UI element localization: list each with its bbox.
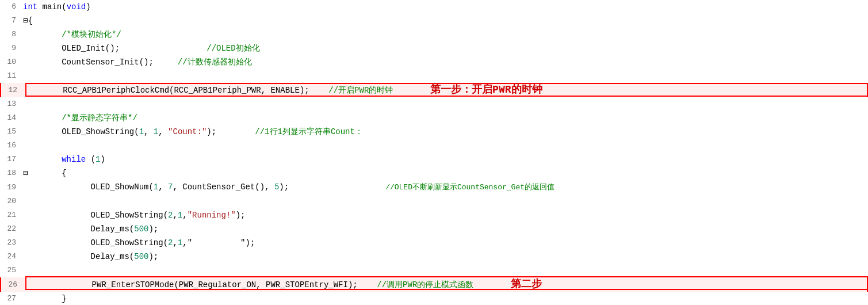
- code-line: 25: [0, 264, 868, 277]
- code-line: 16: [0, 139, 868, 152]
- line-number: 21: [0, 208, 21, 222]
- code-line: 21 OLED_ShowString(2,1,"Running!");: [0, 208, 868, 222]
- line-number: 8: [0, 28, 21, 41]
- line-number: 13: [0, 97, 21, 111]
- code-line: 19 OLED_ShowNum(1, 7, CountSensor_Get(),…: [0, 180, 868, 195]
- code-line: 11: [0, 69, 868, 83]
- code-line: 27 }: [0, 292, 868, 305]
- line-number: 20: [0, 195, 21, 208]
- line-number: 25: [0, 264, 21, 277]
- code-line: 7⊟{: [0, 14, 868, 28]
- code-container: 6int main(void)7⊟{8 /*模块初始化*/9 OLED_Init…: [0, 0, 868, 305]
- line-content: while (1): [21, 152, 868, 166]
- line-content: Delay_ms(500);: [21, 222, 868, 236]
- code-line: 20: [0, 195, 868, 208]
- line-number: 17: [0, 152, 21, 166]
- code-line: 12 RCC_APB1PeriphClockCmd(RCC_APB1Periph…: [0, 83, 868, 97]
- line-content: RCC_APB1PeriphClockCmd(RCC_APB1Periph_PW…: [22, 83, 867, 97]
- line-number: 24: [0, 250, 21, 264]
- line-content: OLED_ShowNum(1, 7, CountSensor_Get(), 5)…: [21, 180, 868, 195]
- line-content: ⊟{: [21, 14, 868, 28]
- code-line: 18⊟ {: [0, 166, 868, 180]
- line-content: Delay_ms(500);: [21, 250, 868, 264]
- line-number: 22: [0, 222, 21, 236]
- line-number: 27: [0, 292, 21, 305]
- line-content: /*显示静态字符串*/: [21, 111, 868, 125]
- code-line: 17 while (1): [0, 152, 868, 166]
- line-number: 7: [0, 14, 21, 28]
- line-number: 15: [0, 125, 21, 139]
- code-line: 8 /*模块初始化*/: [0, 28, 868, 41]
- code-line: 15 OLED_ShowString(1, 1, "Count:"); //1行…: [0, 125, 868, 139]
- code-line: 6int main(void): [0, 0, 868, 14]
- line-content: }: [21, 292, 868, 305]
- line-number: 18: [0, 166, 21, 180]
- code-line: 23 OLED_ShowString(2,1," ");: [0, 236, 868, 250]
- line-content: CountSensor_Init(); //计数传感器初始化: [21, 55, 868, 69]
- line-content: OLED_ShowString(1, 1, "Count:"); //1行1列显…: [21, 125, 868, 139]
- line-content: /*模块初始化*/: [21, 28, 868, 41]
- line-number: 10: [0, 55, 21, 69]
- line-number: 23: [0, 236, 21, 250]
- line-number: 19: [0, 181, 21, 195]
- line-number: 9: [0, 41, 21, 55]
- line-number: 26: [1, 278, 22, 292]
- line-number: 16: [0, 139, 21, 152]
- line-number: 6: [0, 0, 21, 14]
- line-content: OLED_ShowString(2,1,"Running!");: [21, 208, 868, 222]
- line-number: 11: [0, 69, 21, 83]
- code-line: 24 Delay_ms(500);: [0, 250, 868, 264]
- line-number: 12: [1, 83, 22, 97]
- code-line: 13: [0, 97, 868, 111]
- line-content: ⊟ {: [21, 166, 868, 180]
- code-line: 14 /*显示静态字符串*/: [0, 111, 868, 125]
- line-number: 14: [0, 111, 21, 125]
- line-content: OLED_Init(); //OLED初始化: [21, 41, 868, 55]
- line-content: int main(void): [21, 0, 868, 14]
- line-content: PWR_EnterSTOPMode(PWR_Regulator_ON, PWR_…: [22, 277, 867, 292]
- code-line: 9 OLED_Init(); //OLED初始化: [0, 41, 868, 55]
- code-line: 10 CountSensor_Init(); //计数传感器初始化: [0, 55, 868, 69]
- code-line: 22 Delay_ms(500);: [0, 222, 868, 236]
- code-line: 26 PWR_EnterSTOPMode(PWR_Regulator_ON, P…: [0, 277, 868, 292]
- line-content: OLED_ShowString(2,1," ");: [21, 236, 868, 250]
